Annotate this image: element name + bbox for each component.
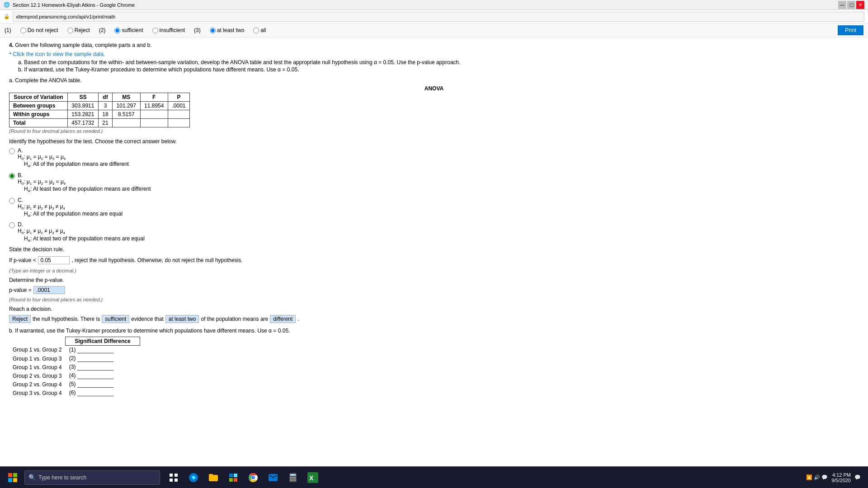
tukey-input-5[interactable]: [77, 381, 113, 388]
decision-text3: of the population means are: [201, 316, 268, 322]
tukey-col-sig: Significant Difference: [66, 337, 140, 346]
taskbar-time[interactable]: 4:12 PM 9/5/2020: [831, 472, 851, 483]
date-display: 9/5/2020: [831, 478, 851, 483]
q1-do-not-reject[interactable]: Do not reject: [20, 27, 58, 33]
anova-round-note: (Round to four decimal places as needed.…: [9, 128, 859, 134]
excel-button[interactable]: X: [304, 469, 322, 487]
dr-value-input[interactable]: [38, 256, 70, 264]
svg-rect-1: [13, 473, 17, 477]
pvalue-round-note: (Round to four decimal places as needed.…: [9, 297, 859, 302]
answer-bar: (1) Do not reject Reject (2) sufficient …: [0, 23, 868, 38]
dr-operator: <: [33, 257, 36, 263]
hypothesis-option-b[interactable]: B. H0: μ1 = μ2 = μ3 = μ4 HA: At least tw…: [9, 172, 859, 193]
address-bar: 🔒: [0, 10, 868, 23]
tukey-input-4[interactable]: [77, 372, 113, 379]
chrome-button[interactable]: [244, 469, 262, 487]
hypothesis-option-a[interactable]: A. H0: μ1 = μ2 = μ3 = μ4 HA: All of the …: [9, 147, 859, 169]
decision-reject-box[interactable]: Reject: [9, 315, 31, 323]
q2-sufficient[interactable]: sufficient: [114, 27, 143, 33]
q3-atleasttwo[interactable]: at least two: [210, 27, 245, 33]
q1-reject[interactable]: Reject: [67, 27, 90, 33]
svg-rect-19: [290, 479, 292, 481]
decision-atleasttwo-box[interactable]: at least two: [165, 315, 199, 323]
taskbar-apps: X: [165, 469, 322, 487]
dr-text-after: , reject the null hypothesis. Otherwise,…: [71, 257, 242, 263]
svg-text:X: X: [309, 474, 314, 482]
q3-label: (3): [194, 27, 201, 33]
decision-rule-label: State the decision rule.: [9, 246, 859, 253]
mail-button[interactable]: [264, 469, 282, 487]
tukey-input-1[interactable]: [77, 347, 113, 353]
tukey-input-3[interactable]: [77, 364, 113, 371]
hypothesis-option-d[interactable]: D. H0: μ1 ≠ μ2 ≠ μ3 ≠ μ4 HA: At least tw…: [9, 221, 859, 243]
minimize-button[interactable]: —: [838, 1, 846, 9]
sample-link[interactable]: ⁴ Click the icon to view the sample data…: [9, 51, 859, 57]
search-placeholder-text: Type here to search: [38, 474, 86, 481]
decision-text2: evidence that: [131, 316, 163, 322]
tukey-input-2[interactable]: [77, 355, 113, 362]
svg-rect-21: [294, 479, 296, 481]
tukey-input-6[interactable]: [77, 389, 113, 396]
hyp-c-label: C.: [18, 197, 123, 203]
title-bar: 🌐 Section 12.1 Homework-Eliyah Atkins - …: [0, 0, 868, 10]
start-button[interactable]: [3, 468, 23, 488]
tukey-col-group: [9, 337, 66, 346]
anova-title: ANOVA: [9, 85, 859, 92]
q3-all[interactable]: all: [253, 27, 266, 33]
q1-label: (1): [5, 27, 11, 33]
q2-insufficient[interactable]: insufficient: [152, 27, 185, 33]
col-ms: MS: [112, 93, 140, 102]
search-icon: 🔍: [28, 474, 36, 481]
part-b-text: b. If warranted, use the Tukey-Kramer pr…: [18, 66, 859, 73]
pvalue-label: Determine the p-value.: [9, 277, 859, 283]
decision-period: .: [297, 316, 299, 322]
question-text: Given the following sample data, complet…: [15, 42, 151, 48]
hyp-b-label: B.: [18, 172, 151, 178]
tukey-table: Significant Difference Group 1 vs. Group…: [9, 337, 140, 397]
anova-table: Source of Variation SS df MS F P Between…: [9, 93, 190, 127]
address-input[interactable]: [13, 12, 864, 22]
store-button[interactable]: [224, 469, 242, 487]
svg-rect-18: [294, 477, 296, 479]
svg-rect-2: [8, 478, 12, 482]
print-button[interactable]: Print: [838, 25, 863, 35]
notification-button[interactable]: 💬: [854, 474, 861, 480]
table-row: Group 1 vs. Group 2 (1): [9, 346, 140, 355]
task-view-button[interactable]: [165, 469, 183, 487]
svg-rect-4: [170, 474, 173, 477]
anova-section-label: a. Complete the ANOVA table.: [9, 77, 859, 84]
table-row: Group 3 vs. Group 4 (6): [9, 389, 140, 397]
maximize-button[interactable]: ▢: [847, 1, 855, 9]
calculator-button[interactable]: [284, 469, 302, 487]
table-row: Group 1 vs. Group 4 (3): [9, 363, 140, 371]
svg-rect-20: [292, 479, 294, 481]
col-ss: SS: [67, 93, 98, 102]
col-df: df: [99, 93, 113, 102]
pvalue-input[interactable]: [33, 286, 65, 294]
decision-sufficient-box[interactable]: sufficient: [102, 315, 129, 323]
svg-point-13: [251, 476, 255, 479]
main-content: 4. Given the following sample data, comp…: [0, 38, 868, 464]
svg-rect-15: [290, 474, 296, 476]
svg-rect-16: [290, 477, 292, 479]
decision-rule-line: If p-value < , reject the null hypothesi…: [9, 256, 859, 264]
col-source: Source of Variation: [9, 93, 68, 102]
file-explorer-button[interactable]: [204, 469, 222, 487]
taskbar-search-box[interactable]: 🔍 Type here to search: [24, 470, 160, 485]
hypothesis-option-c[interactable]: C. H0: μ1 ≠ μ2 ≠ μ3 ≠ μ4 HA: All of the …: [9, 197, 859, 218]
close-button[interactable]: ✕: [856, 1, 864, 9]
table-row: Group 1 vs. Group 3 (2): [9, 354, 140, 363]
decision-text1: the null hypothesis. There is: [33, 316, 100, 322]
hypotheses-label: Identify the hypotheses for the test. Ch…: [9, 138, 859, 145]
svg-rect-9: [234, 474, 237, 477]
decision-different-box[interactable]: different: [270, 315, 296, 323]
svg-rect-10: [229, 478, 233, 482]
col-p: P: [168, 93, 190, 102]
table-row: Between groups 303.8911 3 101.297 11.895…: [9, 102, 190, 110]
tukey-section: b. If warranted, use the Tukey-Kramer pr…: [9, 328, 859, 397]
question-number: 4.: [9, 42, 14, 48]
tukey-label: b. If warranted, use the Tukey-Kramer pr…: [9, 328, 859, 334]
title-bar-text: Section 12.1 Homework-Eliyah Atkins - Go…: [13, 2, 135, 8]
edge-app-button[interactable]: [184, 469, 203, 487]
system-tray-icons: 🔼 🔊 💬: [806, 474, 828, 480]
